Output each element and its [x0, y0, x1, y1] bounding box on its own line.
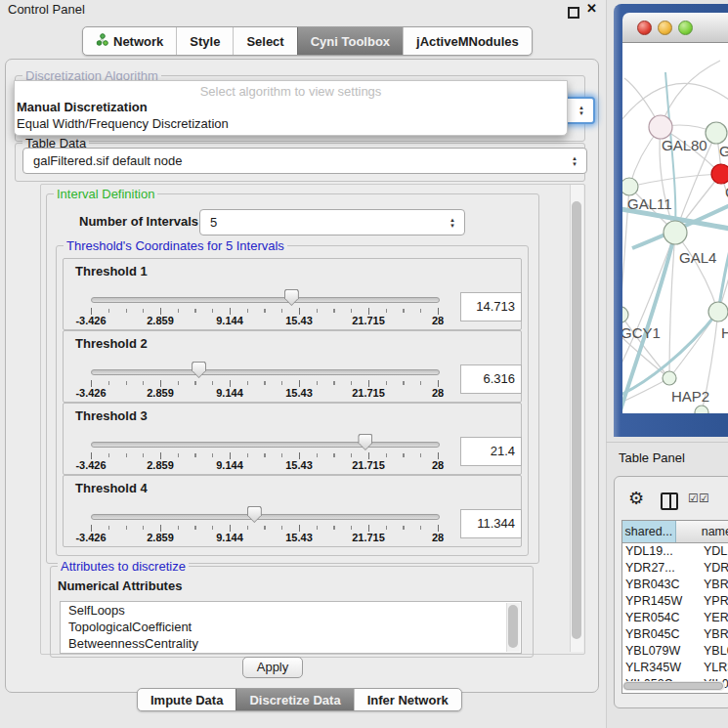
- threshold-value-field[interactable]: 6.316: [460, 364, 522, 394]
- slider-thumb[interactable]: [192, 362, 206, 378]
- slider-track[interactable]: [91, 297, 440, 303]
- slider-major-tick: [91, 452, 92, 459]
- slider-tick-label: 9.144: [200, 387, 259, 399]
- slider-major-tick: [230, 452, 231, 459]
- network-node[interactable]: [706, 122, 727, 144]
- tab-network[interactable]: Network: [83, 27, 176, 55]
- table-row[interactable]: YBR045CYBR0: [622, 626, 728, 643]
- float-window-icon[interactable]: [568, 7, 579, 19]
- slider-track[interactable]: [91, 442, 440, 448]
- apply-button[interactable]: Apply: [242, 657, 303, 678]
- node-label: GA: [719, 143, 728, 159]
- slider-major-tick: [160, 452, 161, 459]
- slider-thumb[interactable]: [358, 434, 372, 450]
- slider-track[interactable]: [91, 514, 440, 520]
- network-node[interactable]: [622, 307, 628, 322]
- number-of-intervals-combobox[interactable]: 5 ▲▼: [199, 209, 465, 236]
- table-row[interactable]: YPR145WYPR1: [622, 593, 728, 610]
- checkbox-checked-icon[interactable]: ☑: [699, 492, 709, 505]
- vertical-scrollbar-thumb[interactable]: [572, 201, 581, 639]
- network-node[interactable]: [622, 178, 638, 195]
- tab-cyni-toolbox[interactable]: Cyni Toolbox: [297, 27, 403, 55]
- close-icon[interactable]: ✕: [586, 1, 597, 16]
- list-item[interactable]: SelfLoops: [61, 602, 521, 619]
- network-edge[interactable]: [675, 233, 718, 312]
- tab-select[interactable]: Select: [233, 27, 296, 55]
- slider-thumb[interactable]: [284, 289, 299, 306]
- slider-tick-label: 9.144: [200, 315, 259, 326]
- slider-tick-label: 2.859: [131, 387, 190, 399]
- algorithm-hint: Select algorithm to view settings: [15, 84, 567, 99]
- horizontal-scrollbar-thumb[interactable]: [623, 682, 723, 690]
- threshold-2-panel: Threshold 2-3.4262.8599.14415.4321.71528…: [63, 330, 522, 403]
- cell-shared-name: YLR345W: [622, 660, 696, 676]
- threshold-label: Threshold 4: [75, 481, 148, 495]
- list-item[interactable]: BetweennessCentrality: [61, 635, 521, 652]
- network-node[interactable]: [664, 221, 687, 244]
- table-row[interactable]: YBL079WYBL0: [622, 643, 728, 660]
- node-label: H: [721, 324, 728, 341]
- zoom-traffic-light-icon[interactable]: [678, 21, 693, 35]
- network-edge[interactable]: [622, 83, 728, 121]
- threshold-value-field[interactable]: 21.4: [460, 437, 522, 466]
- tab-discretize-data[interactable]: Discretize Data: [236, 689, 353, 710]
- slider-tick-label: 15.43: [270, 315, 328, 326]
- slider-tick-label: 28: [408, 532, 467, 543]
- split-table-icon[interactable]: [661, 492, 678, 510]
- threshold-value-field[interactable]: 14.713: [460, 292, 522, 321]
- table-row[interactable]: YDR27...YDR2: [622, 560, 728, 577]
- tab-label: Network: [113, 34, 163, 49]
- list-scrollbar-track[interactable]: [506, 603, 520, 652]
- network-canvas[interactable]: GAL80GACGAL11GAL4GCY1HHAP2: [622, 43, 728, 413]
- slider-tick-label: 28: [408, 315, 467, 326]
- tab-label: Select: [246, 34, 283, 49]
- slider-major-tick: [438, 308, 439, 315]
- slider-tick-label: 2.859: [131, 532, 190, 543]
- table-row[interactable]: YER054CYER0: [622, 610, 728, 626]
- tab-infer-network[interactable]: Infer Network: [354, 689, 461, 710]
- threshold-value-field[interactable]: 11.344: [460, 509, 522, 538]
- table-body: YDL19...YDL1YDR27...YDR2YBR043CYBR0YPR14…: [622, 543, 728, 693]
- table-row[interactable]: YLR345WYLR3: [622, 660, 728, 676]
- minimize-traffic-light-icon[interactable]: [658, 21, 672, 35]
- slider-major-tick: [160, 525, 161, 532]
- list-scrollbar-thumb[interactable]: [508, 605, 518, 648]
- node-attribute-table[interactable]: shared... name YDL19...YDL1YDR27...YDR2Y…: [621, 520, 728, 694]
- network-edge[interactable]: [622, 336, 669, 378]
- list-item[interactable]: TopologicalCoefficient: [61, 619, 521, 635]
- tab-impute-data[interactable]: Impute Data: [138, 689, 236, 710]
- checkbox-checked-icon[interactable]: ☑: [688, 492, 699, 505]
- column-header-shared-name[interactable]: shared...: [622, 521, 676, 542]
- network-window-titlebar[interactable]: [622, 13, 728, 43]
- slider-tick-label: 28: [408, 387, 467, 399]
- tab-jactivemnodules[interactable]: jActiveMNodules: [403, 27, 532, 55]
- network-node[interactable]: [708, 302, 728, 321]
- network-node[interactable]: [711, 164, 728, 184]
- slider-major-tick: [160, 308, 161, 315]
- horizontal-scrollbar-track[interactable]: [622, 681, 725, 691]
- number-of-intervals-label: Number of Intervals: [79, 214, 198, 229]
- numerical-attributes-list[interactable]: SelfLoopsTopologicalCoefficientBetweenne…: [60, 601, 522, 654]
- cell-shared-name: YDR27...: [622, 560, 696, 577]
- column-header-name[interactable]: name: [676, 521, 728, 542]
- cell-name: YBR0: [696, 577, 728, 593]
- numerical-attributes-label: Numerical Attributes: [58, 578, 182, 593]
- gear-icon[interactable]: ⚙: [628, 488, 644, 509]
- network-node[interactable]: [695, 406, 708, 413]
- slider-tick-label: -3.426: [62, 315, 120, 326]
- table-row[interactable]: YDL19...YDL1: [622, 543, 728, 560]
- menu-item-manual-discretization[interactable]: Manual Discretization: [17, 100, 148, 114]
- menu-item-equal-width-frequency[interactable]: Equal Width/Frequency Discretization: [17, 116, 229, 131]
- tab-style[interactable]: Style: [176, 27, 233, 55]
- table-row[interactable]: YBR043CYBR0: [622, 577, 728, 593]
- network-node[interactable]: [649, 115, 672, 139]
- node-label: GAL4: [679, 249, 716, 266]
- network-node[interactable]: [663, 371, 676, 385]
- close-traffic-light-icon[interactable]: [637, 21, 652, 35]
- slider-track[interactable]: [91, 369, 440, 375]
- table-data-combobox[interactable]: galFiltered.sif default node ▲▼: [22, 148, 587, 174]
- cell-shared-name: YBR045C: [622, 626, 696, 643]
- slider-thumb[interactable]: [247, 506, 262, 523]
- network-view-window[interactable]: GAL80GACGAL11GAL4GCY1HHAP2: [614, 4, 728, 437]
- slider-tick-label: 15.43: [270, 532, 328, 543]
